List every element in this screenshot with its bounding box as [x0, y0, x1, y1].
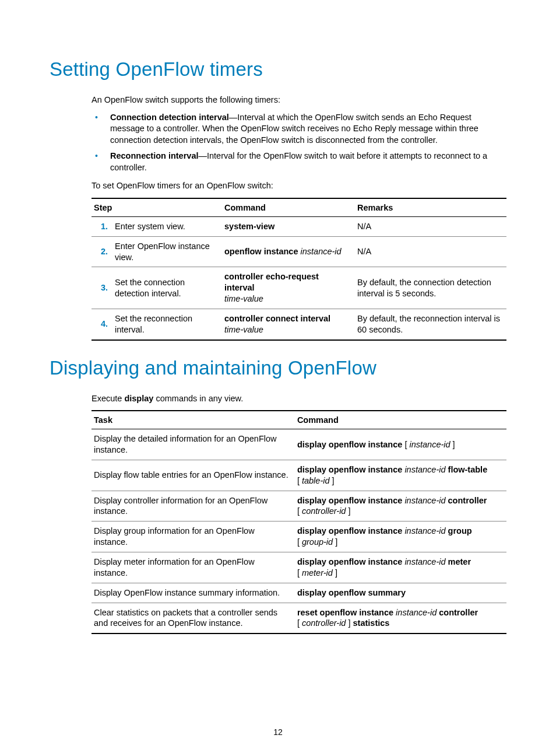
step-number: 2. [92, 236, 112, 267]
task-command: display openflow instance instance-id me… [295, 552, 506, 583]
step-number: 1. [92, 216, 112, 236]
task-command: display openflow instance instance-id co… [295, 491, 506, 522]
task-desc: Clear statistics on packets that a contr… [92, 603, 295, 634]
cmd-keyword: reset openflow instance [297, 608, 393, 617]
task-command: display openflow instance instance-id gr… [295, 522, 506, 552]
col-header-remarks: Remarks [355, 198, 506, 217]
cmd-keyword: meter [448, 557, 471, 566]
step-command: controller echo-request intervaltime-val… [222, 267, 355, 309]
text-bold: display [124, 394, 153, 403]
task-desc: Display OpenFlow instance summary inform… [92, 583, 295, 603]
cmd-keyword: statistics [353, 618, 390, 628]
cmd-keyword: controller echo-request interval [224, 272, 319, 292]
cmd-arg: time-value [224, 325, 263, 334]
cmd-arg: instance-id [301, 247, 342, 256]
steps-table: Step Command Remarks 1.Enter system view… [92, 198, 506, 341]
text: Execute [92, 394, 124, 403]
cmd-arg: instance-id [404, 557, 445, 566]
task-command: display openflow summary [295, 583, 506, 603]
task-desc: Display meter information for an OpenFlo… [92, 552, 295, 583]
text: commands in any view. [153, 394, 243, 403]
table-row: Clear statistics on packets that a contr… [92, 603, 506, 634]
task-desc: Display controller information for an Op… [92, 491, 295, 522]
cmd-keyword: controller [448, 496, 487, 505]
task-desc: Display flow table entries for an OpenFl… [92, 460, 295, 491]
table-row: 3.Set the connection detection interval.… [92, 267, 506, 309]
cmd-arg: instance-id [404, 526, 445, 536]
cmd-keyword: display openflow instance [297, 557, 402, 566]
table-row: Display OpenFlow instance summary inform… [92, 583, 506, 603]
section-heading: Displaying and maintaining OpenFlow [50, 357, 506, 379]
col-header-command: Command [295, 411, 506, 429]
step-desc: Set the reconnection interval. [112, 309, 222, 340]
cmd-keyword: controller connect interval [224, 314, 330, 323]
step-remarks: N/A [355, 236, 506, 267]
step-desc: Set the connection detection interval. [112, 267, 222, 309]
intro-text: An OpenFlow switch supports the followin… [92, 94, 506, 106]
task-command: display openflow instance instance-id fl… [295, 460, 506, 491]
bullet-item: Connection detection interval—Interval a… [92, 112, 506, 146]
section-heading: Setting OpenFlow timers [50, 58, 506, 80]
cmd-arg: instance-id [409, 440, 450, 449]
cmd-arg: instance-id [404, 465, 445, 474]
tasks-table: Task Command Display the detailed inform… [92, 410, 506, 634]
cmd-keyword: display openflow summary [297, 588, 406, 597]
cmd-keyword: display openflow instance [297, 440, 402, 449]
step-command: openflow instance instance-id [222, 236, 355, 267]
cmd-arg: meter-id [302, 568, 333, 578]
cmd-arg: group-id [302, 537, 333, 547]
cmd-keyword: openflow instance [224, 247, 298, 256]
cmd-keyword: system-view [224, 222, 275, 231]
table-row: Display group information for an OpenFlo… [92, 522, 506, 552]
lead-text: Execute display commands in any view. [92, 393, 506, 405]
cmd-arg: instance-id [404, 496, 445, 505]
col-header-task: Task [92, 411, 295, 429]
table-row: Display meter information for an OpenFlo… [92, 552, 506, 583]
step-command: system-view [222, 216, 355, 236]
cmd-arg: controller-id [302, 506, 346, 516]
cmd-keyword: controller [439, 608, 478, 617]
table-row: Display the detailed information for an … [92, 429, 506, 460]
bullet-item: Reconnection interval—Interval for the O… [92, 150, 506, 173]
lead-text: To set OpenFlow timers for an OpenFlow s… [92, 180, 506, 192]
table-row: 2.Enter OpenFlow instance view.openflow … [92, 236, 506, 267]
cmd-keyword: group [448, 526, 472, 536]
cmd-arg: controller-id [302, 618, 346, 628]
table-row: 4.Set the reconnection interval.controll… [92, 309, 506, 340]
cmd-keyword: display openflow instance [297, 465, 402, 474]
col-header-step: Step [92, 198, 222, 217]
cmd-arg: time-value [224, 294, 263, 303]
table-row: Display controller information for an Op… [92, 491, 506, 522]
timer-bullet-list: Connection detection interval—Interval a… [92, 112, 506, 174]
task-desc: Display the detailed information for an … [92, 429, 295, 460]
step-command: controller connect intervaltime-value [222, 309, 355, 340]
step-desc: Enter OpenFlow instance view. [112, 236, 222, 267]
step-remarks: N/A [355, 216, 506, 236]
cmd-keyword: flow-table [448, 465, 488, 474]
cmd-arg: table-id [302, 476, 330, 485]
task-command: reset openflow instance instance-id cont… [295, 603, 506, 634]
step-remarks: By default, the reconnection interval is… [355, 309, 506, 340]
step-number: 3. [92, 267, 112, 309]
cmd-arg: instance-id [396, 608, 437, 617]
bullet-label: Reconnection interval [110, 151, 198, 160]
cmd-keyword: display openflow instance [297, 496, 402, 505]
task-desc: Display group information for an OpenFlo… [92, 522, 295, 552]
table-row: Display flow table entries for an OpenFl… [92, 460, 506, 491]
bullet-label: Connection detection interval [110, 113, 229, 122]
task-command: display openflow instance [ instance-id … [295, 429, 506, 460]
table-row: 1.Enter system view.system-viewN/A [92, 216, 506, 236]
page-number: 12 [50, 727, 506, 737]
col-header-command: Command [222, 198, 355, 217]
step-desc: Enter system view. [112, 216, 222, 236]
cmd-keyword: display openflow instance [297, 526, 402, 536]
step-remarks: By default, the connection detection int… [355, 267, 506, 309]
step-number: 4. [92, 309, 112, 340]
